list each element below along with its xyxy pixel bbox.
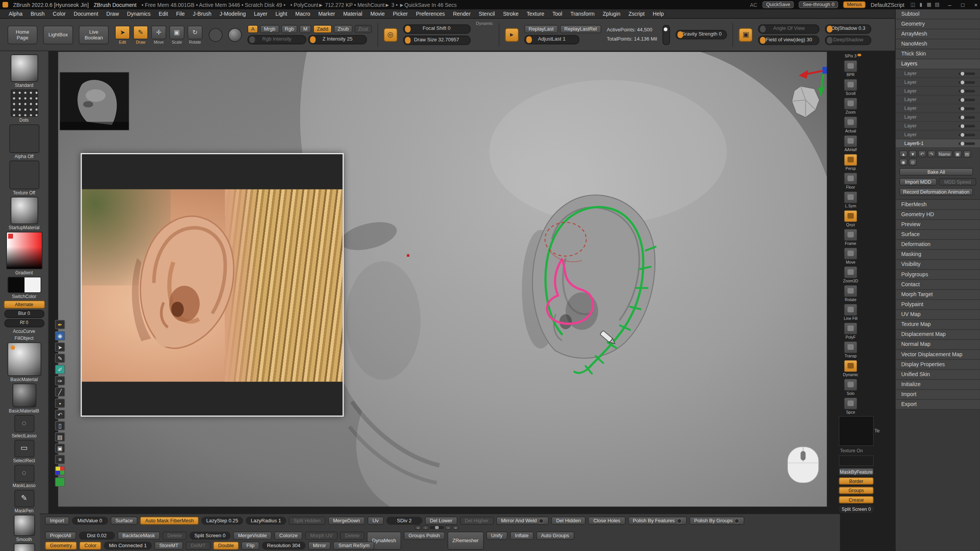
bottom-button[interactable]: Polish By Features xyxy=(628,517,687,525)
bottom-button[interactable]: LazyRadius 1 xyxy=(246,517,286,525)
close-button[interactable]: × xyxy=(972,2,980,8)
shelf-button[interactable]: Spce xyxy=(844,397,858,414)
left-tray-item[interactable]: FillObject xyxy=(2,336,47,341)
bottom-button[interactable]: Double xyxy=(213,541,239,549)
menu-item[interactable]: J-Brush xyxy=(189,9,215,18)
left-tray-item[interactable]: Standard xyxy=(2,54,47,88)
menu-item[interactable]: File xyxy=(172,9,188,18)
trash-icon[interactable]: ▯ xyxy=(55,421,65,430)
channel-button[interactable]: Zadd xyxy=(313,25,332,33)
shelf-button[interactable]: AAHalf xyxy=(844,135,858,152)
undo-icon[interactable]: ↶ xyxy=(918,150,926,157)
shelf-button[interactable]: Qxyz xyxy=(844,210,858,227)
shelf-button[interactable]: Zoom3D xyxy=(843,266,858,283)
menu-item[interactable]: Picker xyxy=(389,9,412,18)
mode-button[interactable]: ✛ Move xyxy=(150,25,167,44)
gravity-strength-slider[interactable]: Gravity Strength 0 xyxy=(676,30,727,39)
field-of-view-slider[interactable]: Field of view(deg) 30 xyxy=(758,36,820,45)
left-tray-item[interactable]: Rf 0 xyxy=(2,319,47,327)
bake-all-button[interactable]: Bake All xyxy=(899,168,973,176)
left-tray-item[interactable]: SelectRect xyxy=(2,440,47,463)
layer-row[interactable]: Layer xyxy=(896,78,980,87)
bottom-button[interactable]: Delete xyxy=(340,531,365,540)
tool-palette-section[interactable]: Subtool xyxy=(896,9,980,19)
layer-row[interactable]: Layer xyxy=(896,104,980,113)
bottom-button[interactable]: Flip xyxy=(242,541,260,549)
tool-palette-section[interactable]: Vector Displacement Map xyxy=(896,350,980,360)
document-canvas[interactable] xyxy=(57,51,827,507)
bottom-button[interactable]: Surface xyxy=(110,517,137,525)
left-tray-item[interactable]: SwitchColor xyxy=(2,277,47,299)
shelf-button[interactable]: Transp xyxy=(844,341,858,358)
tool-palette-section[interactable]: Masking xyxy=(896,250,980,260)
bottom-button[interactable]: Split Screen 0 xyxy=(189,531,230,540)
tool-palette-section[interactable]: Geometry HD xyxy=(896,210,980,220)
bottom-button[interactable]: Min Connected 1 xyxy=(104,541,152,549)
layer-row[interactable]: Layer xyxy=(896,113,980,122)
menu-item[interactable]: Document xyxy=(70,9,102,18)
left-tray-item[interactable]: Blur 0 xyxy=(2,310,47,318)
layer-row[interactable]: Layer xyxy=(896,96,980,104)
lightbox-button[interactable]: LightBox xyxy=(43,25,73,44)
reference-photo[interactable] xyxy=(81,153,344,417)
mdd-speed-button[interactable]: MDD Speed xyxy=(939,178,976,186)
tool-palette-section[interactable]: Visibility xyxy=(896,260,980,270)
texture-preview-thumb[interactable]: Te xyxy=(839,416,874,446)
channel-button[interactable]: Zsub xyxy=(334,25,353,33)
tool-palette-section[interactable]: Geometry xyxy=(896,20,980,29)
layer-intensity-slider[interactable] xyxy=(959,72,975,75)
record-icon[interactable]: ◉ xyxy=(899,159,907,166)
current-layer-row[interactable]: Layer6-1 xyxy=(896,139,980,148)
material-preview-icon[interactable] xyxy=(228,28,242,42)
tool-palette-section[interactable]: ArrayMesh xyxy=(896,29,980,39)
tool-palette-section[interactable]: Polygroups xyxy=(896,270,980,280)
copy-icon[interactable]: ▤ xyxy=(963,150,971,157)
bottom-button[interactable]: StoreMT xyxy=(154,541,183,549)
left-tray-item[interactable]: Alternate xyxy=(2,300,47,308)
bottom-button[interactable]: Dist 0.02 xyxy=(78,531,115,540)
bottom-button[interactable]: Resolution 304 xyxy=(262,541,305,549)
menu-item[interactable]: Tool xyxy=(549,9,566,18)
menu-item[interactable]: Dynamics xyxy=(123,9,154,18)
left-tray-item[interactable]: MaskPen xyxy=(2,490,47,514)
dot-icon[interactable]: • xyxy=(55,399,65,408)
bottom-button[interactable]: Geometry xyxy=(45,541,77,549)
menu-item[interactable]: Edit xyxy=(155,9,172,18)
bottom-button[interactable]: Unify xyxy=(486,531,508,540)
bottom-button[interactable]: Del Hidden xyxy=(551,517,586,525)
channel-button[interactable]: M xyxy=(299,25,311,33)
bottom-button[interactable]: Polish By Groups xyxy=(689,517,745,525)
bottom-button[interactable]: ZRemesher xyxy=(448,531,483,549)
tool-palette-section[interactable]: Export xyxy=(896,400,980,410)
eye-icon[interactable]: ◎ xyxy=(909,159,917,166)
menu-item[interactable]: Movie xyxy=(367,9,389,18)
bottom-button[interactable]: Groups Polish xyxy=(403,531,445,540)
bottom-button[interactable]: Mirror xyxy=(308,541,331,549)
channel-button[interactable]: Zcut xyxy=(354,25,372,33)
menu-item[interactable]: J-Modeling xyxy=(216,9,250,18)
menu-item[interactable]: Brush xyxy=(27,9,48,18)
tool-palette-section[interactable]: Texture Map xyxy=(896,320,980,330)
tool-palette-section[interactable]: Displacement Map xyxy=(896,330,980,340)
shelf-button[interactable]: Move xyxy=(844,248,858,264)
layer-intensity-slider[interactable] xyxy=(959,125,975,127)
palette-icon[interactable]: ▤ xyxy=(934,2,941,8)
tool-palette-section[interactable]: Deformation xyxy=(896,240,980,250)
undo-icon[interactable]: ↶ xyxy=(55,410,65,419)
left-tray-item[interactable]: Texture Off xyxy=(2,161,47,196)
bottom-button[interactable]: Split Hidden xyxy=(289,517,326,525)
menu-item[interactable]: Layer xyxy=(250,9,271,18)
bottom-button[interactable]: Colorize xyxy=(274,531,303,540)
left-tray-item[interactable]: AccuCurve xyxy=(2,329,47,334)
tool-palette-section[interactable]: Contact xyxy=(896,280,980,290)
layer-intensity-slider[interactable] xyxy=(959,142,975,145)
menu-item[interactable]: Preferences xyxy=(412,9,449,18)
sdiv-prev-button[interactable]: ‹ xyxy=(423,525,429,530)
adjust-last-slider[interactable]: AdjustLast 1 xyxy=(524,35,579,44)
replay-last-button[interactable]: ReplayLast xyxy=(524,25,558,33)
texture-on-label[interactable]: Texture On xyxy=(839,448,876,454)
z-intensity-slider[interactable]: Z Intensity 25 xyxy=(308,35,367,44)
left-tray-item[interactable]: BasicMaterial xyxy=(2,342,47,382)
tool-palette-section[interactable]: Normal Map xyxy=(896,340,980,350)
layer-intensity-slider[interactable] xyxy=(959,98,975,101)
